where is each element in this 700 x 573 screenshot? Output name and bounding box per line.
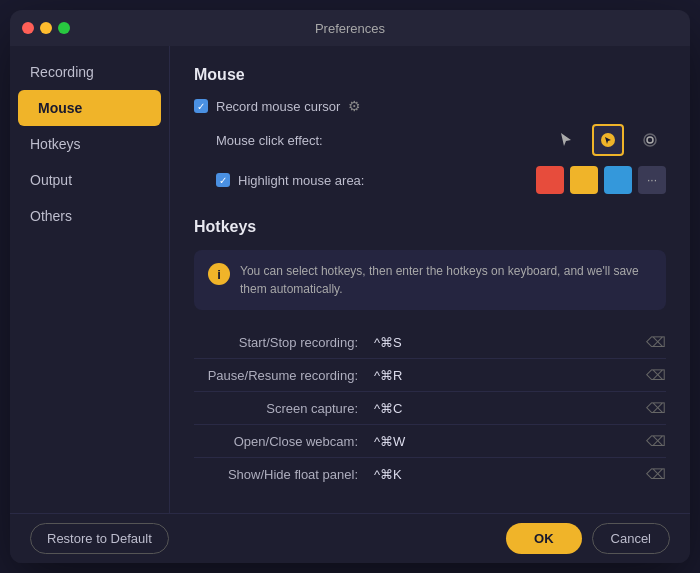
swatch-blue[interactable] <box>604 166 632 194</box>
hotkey-pause-resume-value: ^⌘R <box>374 368 646 383</box>
hotkey-float-panel-edit[interactable]: ⌫ <box>646 466 666 482</box>
info-icon: i <box>208 263 230 285</box>
sidebar: Recording Mouse Hotkeys Output Others <box>10 46 170 513</box>
click-effect-label: Mouse click effect: <box>216 133 356 148</box>
hotkey-start-stop-label: Start/Stop recording: <box>194 335 374 350</box>
hotkey-start-stop-value: ^⌘S <box>374 335 646 350</box>
svg-point-2 <box>644 134 656 146</box>
mouse-section: Mouse Record mouse cursor ⚙ Mouse click … <box>194 66 666 194</box>
hotkey-pause-resume-label: Pause/Resume recording: <box>194 368 374 383</box>
hotkey-screen-capture-edit[interactable]: ⌫ <box>646 400 666 416</box>
window-title: Preferences <box>315 21 385 36</box>
record-cursor-row: Record mouse cursor ⚙ <box>194 98 666 114</box>
cursor-default-icon[interactable] <box>550 124 582 156</box>
preferences-window: Preferences Recording Mouse Hotkeys Outp… <box>10 10 690 563</box>
cursor-ripple-icon[interactable] <box>634 124 666 156</box>
maximize-button[interactable] <box>58 22 70 34</box>
gear-icon[interactable]: ⚙ <box>348 98 361 114</box>
record-cursor-label: Record mouse cursor <box>216 99 340 114</box>
hotkey-screen-capture-label: Screen capture: <box>194 401 374 416</box>
hotkey-webcam-value: ^⌘W <box>374 434 646 449</box>
sidebar-item-others[interactable]: Others <box>10 198 169 234</box>
hotkey-start-stop: Start/Stop recording: ^⌘S ⌫ <box>194 326 666 359</box>
restore-default-button[interactable]: Restore to Default <box>30 523 169 554</box>
hotkeys-section: Hotkeys i You can select hotkeys, then e… <box>194 218 666 490</box>
footer: Restore to Default OK Cancel <box>10 513 690 563</box>
hotkey-webcam-label: Open/Close webcam: <box>194 434 374 449</box>
hotkey-float-panel-label: Show/Hide float panel: <box>194 467 374 482</box>
close-button[interactable] <box>22 22 34 34</box>
cancel-button[interactable]: Cancel <box>592 523 670 554</box>
sidebar-item-recording[interactable]: Recording <box>10 54 169 90</box>
cursor-click-icon[interactable] <box>592 124 624 156</box>
click-effect-row: Mouse click effect: <box>194 124 666 156</box>
footer-actions: OK Cancel <box>506 523 670 554</box>
sidebar-item-hotkeys[interactable]: Hotkeys <box>10 126 169 162</box>
hotkey-webcam: Open/Close webcam: ^⌘W ⌫ <box>194 425 666 458</box>
hotkey-pause-resume: Pause/Resume recording: ^⌘R ⌫ <box>194 359 666 392</box>
hotkeys-info-box: i You can select hotkeys, then enter the… <box>194 250 666 310</box>
mouse-section-title: Mouse <box>194 66 666 84</box>
hotkey-start-stop-edit[interactable]: ⌫ <box>646 334 666 350</box>
record-cursor-checkbox[interactable] <box>194 99 208 113</box>
hotkey-webcam-edit[interactable]: ⌫ <box>646 433 666 449</box>
hotkey-float-panel-value: ^⌘K <box>374 467 646 482</box>
sidebar-item-mouse[interactable]: Mouse <box>18 90 161 126</box>
hotkeys-info-text: You can select hotkeys, then enter the h… <box>240 262 652 298</box>
color-swatches: ··· <box>536 166 666 194</box>
main-content: Recording Mouse Hotkeys Output Others Mo… <box>10 46 690 513</box>
hotkey-screen-capture: Screen capture: ^⌘C ⌫ <box>194 392 666 425</box>
hotkey-float-panel: Show/Hide float panel: ^⌘K ⌫ <box>194 458 666 490</box>
swatch-red[interactable] <box>536 166 564 194</box>
hotkey-pause-resume-edit[interactable]: ⌫ <box>646 367 666 383</box>
hotkeys-section-title: Hotkeys <box>194 218 666 236</box>
minimize-button[interactable] <box>40 22 52 34</box>
ok-button[interactable]: OK <box>506 523 582 554</box>
content-area: Mouse Record mouse cursor ⚙ Mouse click … <box>170 46 690 513</box>
highlight-row: Highlight mouse area: ··· <box>194 166 666 194</box>
sidebar-item-output[interactable]: Output <box>10 162 169 198</box>
titlebar: Preferences <box>10 10 690 46</box>
highlight-checkbox[interactable] <box>216 173 230 187</box>
window-controls <box>22 22 70 34</box>
highlight-label: Highlight mouse area: <box>238 173 364 188</box>
swatch-more[interactable]: ··· <box>638 166 666 194</box>
svg-point-1 <box>647 137 653 143</box>
swatch-yellow[interactable] <box>570 166 598 194</box>
hotkey-screen-capture-value: ^⌘C <box>374 401 646 416</box>
click-icons <box>550 124 666 156</box>
